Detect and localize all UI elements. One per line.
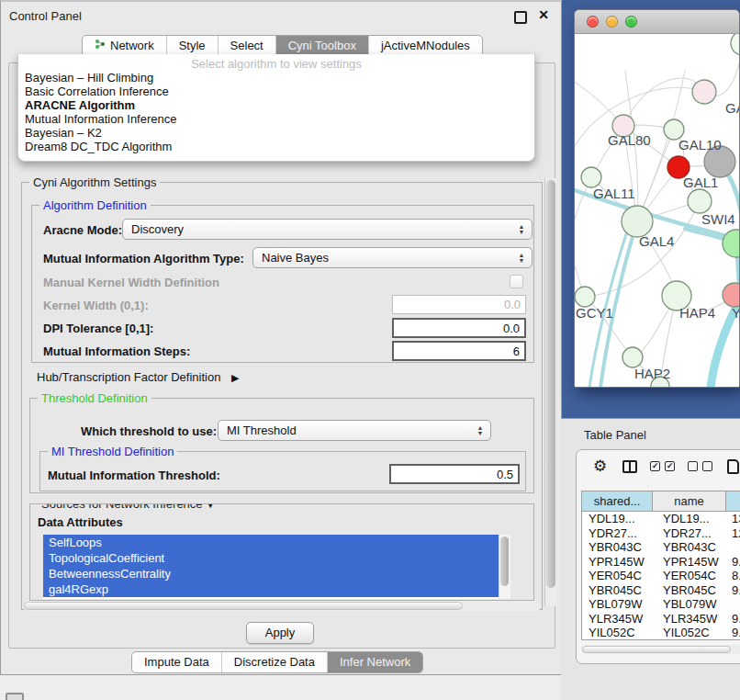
attribute-item-topologicalcoefficient[interactable]: TopologicalCoefficient: [43, 550, 499, 566]
minimize-window-icon[interactable]: [606, 16, 618, 28]
table-body: YDL19...YDL19...13YDR27...YDR27...12YBR0…: [582, 512, 740, 640]
tab-cyni-toolbox[interactable]: Cyni Toolbox: [276, 36, 369, 56]
settings-hscroll-thumb[interactable]: [24, 602, 463, 610]
settings-horizontal-scrollbar[interactable]: [23, 601, 541, 611]
control-panel-window: Control Panel ✕ NetworkStyleSelectCyni T…: [0, 0, 562, 675]
dropdown-item-bayesian-k2[interactable]: Bayesian – K2: [18, 126, 534, 140]
attribute-item-betweennesscentrality[interactable]: BetweennessCentrality: [43, 566, 499, 581]
app-root: { "icons": { "close": "✕", "gear": "⚙", …: [0, 0, 740, 700]
dropdown-item-mutual-information-inference[interactable]: Mutual Information Inference: [18, 112, 534, 126]
list-scrollbar-thumb[interactable]: [500, 536, 509, 586]
unchecked-checkbox-icon[interactable]: [702, 461, 712, 471]
checked-checkbox-icon[interactable]: ✓: [665, 461, 675, 471]
network-window-titlebar[interactable]: [575, 10, 739, 34]
network-node-gal4[interactable]: [622, 206, 653, 237]
network-node-gal[interactable]: [692, 80, 716, 104]
table-row[interactable]: YBR045CYBR045C9.: [582, 583, 740, 598]
close-window-icon[interactable]: [587, 16, 599, 28]
bottom-tab-impute-data[interactable]: Impute Data: [132, 652, 222, 672]
table-cell: 12: [726, 526, 740, 541]
settings-group-title: Cyni Algorithm Settings: [29, 175, 160, 189]
apply-button[interactable]: Apply: [246, 622, 314, 644]
column-header-a[interactable]: A: [726, 491, 740, 512]
dpi-tolerance-field[interactable]: 0.0: [392, 318, 526, 338]
combo-arrows-icon: ▲▼: [472, 425, 490, 436]
mi-type-select[interactable]: Naive Bayes ▲▼: [252, 247, 533, 268]
table-row[interactable]: YBR043CYBR043C: [582, 540, 740, 555]
document-icon[interactable]: [727, 459, 739, 474]
network-node-gcy1[interactable]: [575, 287, 595, 307]
dropdown-placeholder: Select algorithm to view settings: [18, 57, 534, 71]
algorithm-definition-title: Algorithm Definition: [39, 198, 151, 212]
table-row[interactable]: YIL052CYIL052C9.: [582, 626, 740, 640]
table-row[interactable]: YDL19...YDL19...13: [582, 512, 740, 526]
network-view-window[interactable]: GALGAL80GAL10GAL1GAL11SWI4GAL4GCY1HAP4YH…: [574, 9, 740, 388]
settings-vscroll-thumb[interactable]: [546, 180, 555, 588]
close-icon[interactable]: ✕: [538, 7, 549, 22]
attribute-item-gal4rgexp[interactable]: gal4RGexp: [43, 581, 499, 597]
table-horizontal-scrollbar[interactable]: [581, 645, 740, 654]
dropdown-item-bayesian-hill-climbing[interactable]: Bayesian – Hill Climbing: [18, 71, 534, 85]
bottom-tab-discretize-data[interactable]: Discretize Data: [222, 652, 328, 672]
data-attributes-list[interactable]: SelfLoopsTopologicalCoefficientBetweenne…: [43, 535, 510, 599]
node-attribute-table[interactable]: shared...nameA YDL19...YDL19...13YDR27..…: [581, 491, 740, 640]
table-panel-container: ⚙ ✓ ✓ shared...nameA YDL19...YDL19...13Y…: [576, 449, 740, 664]
hub-definition-label: Hub/Transcription Factor Definition: [37, 370, 220, 384]
dropdown-item-aracne-algorithm[interactable]: ARACNE Algorithm: [18, 98, 534, 112]
hub-definition-expander[interactable]: Hub/Transcription Factor Definition ▶: [37, 370, 239, 384]
table-toolbar: ⚙ ✓ ✓: [593, 457, 739, 476]
bottom-tab-infer-network[interactable]: Infer Network: [328, 652, 422, 672]
network-node-gal11[interactable]: [581, 167, 601, 187]
manual-kernel-checkbox[interactable]: [510, 275, 523, 288]
table-cell: YIL052C: [582, 626, 653, 640]
minimized-panel-icon[interactable]: [6, 693, 24, 700]
columns-icon[interactable]: [622, 460, 637, 473]
gear-icon[interactable]: ⚙: [593, 457, 607, 476]
which-threshold-select[interactable]: MI Threshold ▲▼: [218, 420, 491, 441]
checked-checkbox-icon[interactable]: ✓: [650, 461, 660, 471]
tab-label: Network: [110, 36, 154, 56]
network-node-swi4[interactable]: [688, 189, 712, 213]
table-cell: YDL19...: [582, 512, 653, 526]
unchecked-checkbox-icon[interactable]: [688, 461, 698, 471]
table-row[interactable]: YER054CYER054C8.: [582, 569, 740, 583]
threshold-definition-title: Threshold Definition: [38, 391, 151, 405]
network-node-hap2[interactable]: [622, 347, 643, 367]
list-scrollbar[interactable]: [499, 535, 510, 599]
zoom-window-icon[interactable]: [625, 16, 637, 28]
table-panel: Table Panel ⚙ ✓ ✓ shared...nameA YDL19..…: [561, 418, 740, 700]
table-row[interactable]: YDR27...YDR27...12: [582, 526, 740, 541]
table-row[interactable]: YPR145WYPR145W9.: [582, 555, 740, 570]
bottom-tab-label: Discretize Data: [234, 652, 315, 672]
network-canvas[interactable]: GALGAL80GAL10GAL1GAL11SWI4GAL4GCY1HAP4YH…: [575, 34, 740, 388]
network-icon: [95, 36, 106, 56]
network-edge[interactable]: [623, 78, 704, 126]
table-cell: 9.: [726, 626, 740, 640]
float-window-icon[interactable]: [514, 11, 527, 24]
settings-vertical-scrollbar[interactable]: [544, 178, 556, 606]
table-row[interactable]: YBL079WYBL079W: [582, 597, 740, 612]
table-row[interactable]: YLR345WYLR345W9.: [582, 612, 740, 627]
tab-jactivemnodules[interactable]: jActiveMNodules: [369, 36, 482, 56]
network-node-y[interactable]: [723, 283, 740, 307]
table-hscroll-thumb[interactable]: [582, 646, 731, 653]
down-triangle-icon[interactable]: ▼: [206, 503, 215, 510]
mi-threshold-definition-group: MI Threshold Definition Mutual Informati…: [39, 451, 526, 491]
aracne-mode-select[interactable]: Discovery ▲▼: [122, 219, 533, 240]
column-header-name[interactable]: name: [653, 491, 726, 512]
table-cell: YBR043C: [653, 540, 726, 555]
mi-steps-field[interactable]: 6: [392, 341, 526, 361]
kernel-width-field[interactable]: 0.0: [392, 295, 526, 314]
column-header-shared[interactable]: shared...: [582, 491, 653, 512]
table-cell: YIL052C: [653, 626, 726, 640]
tab-network[interactable]: Network: [83, 36, 167, 56]
tab-select[interactable]: Select: [219, 36, 276, 56]
dropdown-item-basic-correlation-inference[interactable]: Basic Correlation Inference: [18, 85, 534, 98]
attribute-item-selfloops[interactable]: SelfLoops: [43, 535, 499, 550]
node-label-gal: GAL: [725, 100, 740, 116]
mi-threshold-field[interactable]: 0.5: [389, 464, 520, 484]
dropdown-item-dream8-dc-tdc-algorithm[interactable]: Dream8 DC_TDC Algorithm: [18, 140, 534, 153]
sources-title-text: Sources for Network Inference: [41, 503, 203, 511]
network-node[interactable]: [731, 34, 740, 55]
tab-style[interactable]: Style: [167, 36, 219, 56]
